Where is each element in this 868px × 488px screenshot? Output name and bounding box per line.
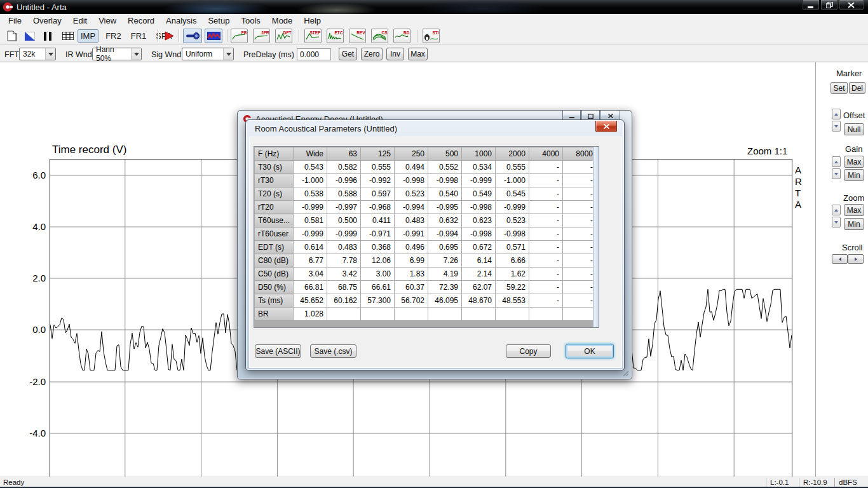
step-analysis-icon[interactable]: STEP — [304, 29, 322, 43]
zoom-down-button[interactable] — [832, 217, 841, 227]
svg-text:REV: REV — [356, 30, 365, 35]
new-file-button[interactable] — [5, 29, 19, 43]
table-cell: -0.998 — [462, 227, 496, 241]
table-cell: - — [529, 227, 563, 241]
overlay-tool-icon[interactable] — [24, 29, 36, 43]
watermark-letter: T — [795, 187, 801, 198]
microphone-record-button[interactable] — [183, 29, 202, 43]
table-cell: -0.999 — [496, 201, 529, 214]
scroll-right-button[interactable] — [848, 254, 864, 264]
etc-analysis-icon[interactable]: ETC — [327, 29, 344, 43]
fft-select[interactable]: 32k — [19, 48, 56, 60]
offset-up-button[interactable] — [832, 109, 841, 119]
dft-analysis-icon[interactable]: DFT — [275, 29, 292, 43]
marker-set-button[interactable]: Set — [831, 82, 848, 94]
sti-analysis-icon[interactable]: STI — [423, 29, 440, 43]
menu-item-tools[interactable]: Tools — [235, 15, 266, 27]
table-cell: -0.995 — [428, 201, 462, 214]
predelay-input[interactable] — [297, 48, 331, 60]
signal-generator-button[interactable] — [205, 29, 222, 43]
row-header: C80 (dB) — [255, 254, 294, 268]
svg-text:DFT: DFT — [283, 30, 292, 35]
table-cell: - — [529, 254, 563, 268]
table-cell: -1.000 — [294, 174, 327, 187]
zoom-up-button[interactable] — [832, 205, 841, 215]
offset-down-button[interactable] — [832, 121, 841, 132]
save-csv-button[interactable]: Save (.csv) — [310, 344, 356, 358]
table-cell: -0.998 — [496, 227, 529, 241]
table-cell: 2.14 — [462, 268, 496, 281]
table-cell: 68.75 — [327, 281, 361, 294]
table-cell: 48.670 — [462, 294, 496, 308]
fr-analysis-icon[interactable]: FR — [231, 29, 248, 43]
table-cell — [529, 308, 563, 321]
2fr-analysis-icon[interactable]: 2FR — [253, 29, 270, 43]
minimize-button[interactable] — [802, 0, 820, 11]
table-cell: - — [563, 214, 597, 227]
offset-null-button[interactable]: Null — [844, 123, 864, 135]
close-button[interactable] — [839, 0, 864, 11]
scroll-left-button[interactable] — [832, 254, 848, 264]
menu-item-view[interactable]: View — [93, 15, 122, 27]
copy-button[interactable]: Copy — [506, 344, 551, 358]
pause-button[interactable] — [42, 29, 53, 43]
rev-analysis-icon[interactable]: REV — [349, 29, 366, 43]
menu-item-record[interactable]: Record — [122, 15, 160, 27]
menu-item-file[interactable]: File — [3, 15, 27, 27]
table-cell: 0.543 — [294, 161, 327, 174]
table-cell: 4.19 — [428, 268, 462, 281]
bd-analysis-icon[interactable]: BD — [393, 29, 410, 43]
ir-window-select[interactable]: Hann 50% — [92, 48, 142, 60]
table-cell: 12.06 — [361, 254, 395, 268]
signal-window-select[interactable]: Uniform — [182, 48, 234, 60]
dialog-close-button[interactable] — [595, 121, 617, 132]
gain-min-button[interactable]: Min — [844, 169, 864, 181]
ok-button[interactable]: OK — [566, 344, 614, 358]
menu-item-help[interactable]: Help — [298, 15, 327, 27]
table-scrollbar[interactable] — [593, 147, 599, 327]
zoom-min-button[interactable]: Min — [844, 218, 864, 230]
svg-text:2FR: 2FR — [261, 30, 269, 35]
table-cell: - — [529, 281, 563, 294]
mode-button-imp[interactable]: IMP — [78, 29, 98, 43]
play-button[interactable] — [163, 29, 175, 43]
get-button[interactable]: Get — [339, 48, 357, 60]
table-cell: 66.81 — [294, 281, 327, 294]
marker-del-button[interactable]: Del — [849, 82, 865, 94]
table-cell: - — [529, 174, 563, 187]
column-header: 8000 — [563, 147, 597, 161]
menu-item-analysis[interactable]: Analysis — [160, 15, 202, 27]
zero-button[interactable]: Zero — [361, 48, 383, 60]
cs-analysis-icon[interactable]: CS — [371, 29, 388, 43]
save-ascii-button[interactable]: Save (ASCII) — [255, 344, 301, 358]
gain-max-button[interactable]: Max — [844, 156, 864, 168]
mode-button-fr2[interactable]: FR2 — [103, 30, 124, 42]
zoom-max-button[interactable]: Max — [844, 204, 864, 216]
table-row: T30 (s)0.5430.5820.5550.4940.5520.5340.5… — [255, 161, 597, 174]
restore-button[interactable] — [820, 0, 838, 11]
column-header: 4000 — [529, 147, 563, 161]
menu-item-overlay[interactable]: Overlay — [27, 15, 67, 27]
table-row: BR1.028 — [255, 308, 597, 321]
table-cell: 1.62 — [496, 268, 529, 281]
table-row: Ts (ms)45.65260.16257.30056.70246.09548.… — [255, 294, 597, 308]
table-cell: 3.42 — [327, 268, 361, 281]
table-cell: 6.14 — [462, 254, 496, 268]
table-cell: - — [529, 161, 563, 174]
gain-down-button[interactable] — [832, 168, 841, 179]
table-view-icon[interactable] — [61, 29, 75, 43]
max-button[interactable]: Max — [408, 48, 428, 60]
gain-up-button[interactable] — [832, 156, 841, 167]
fft-label: FFT — [4, 50, 19, 59]
table-cell: 60.162 — [327, 294, 361, 308]
table-cell — [462, 308, 496, 321]
menu-item-setup[interactable]: Setup — [202, 15, 235, 27]
menu-item-mode[interactable]: Mode — [266, 15, 299, 27]
inv-button[interactable]: Inv — [386, 48, 404, 60]
menu-item-edit[interactable]: Edit — [67, 15, 93, 27]
table-row: T20 (s)0.5380.5880.5970.5230.5400.5490.5… — [255, 187, 597, 201]
column-header: F (Hz) — [255, 147, 294, 161]
mode-button-fr1[interactable]: FR1 — [128, 30, 149, 42]
table-cell: - — [529, 241, 563, 254]
table-cell: 1.028 — [294, 308, 327, 321]
